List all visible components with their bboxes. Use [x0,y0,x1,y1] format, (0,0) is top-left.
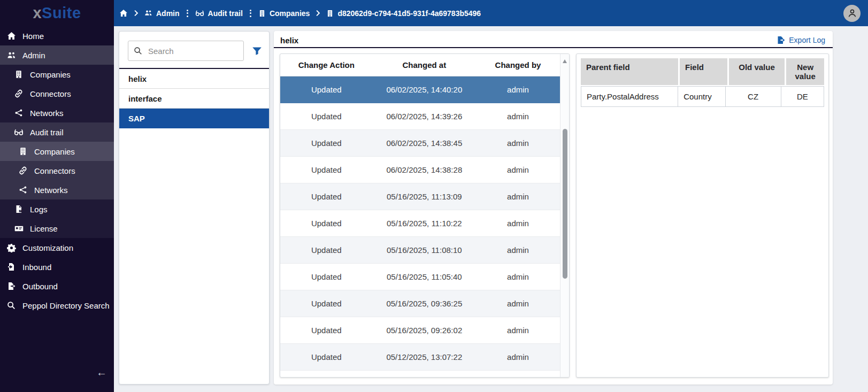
breadcrumb-collapsed-menu[interactable] [248,10,254,17]
breadcrumb-home[interactable] [119,9,128,18]
audit-row[interactable]: Updated 05/16/2025, 11:05:40 admin [280,264,560,290]
changed-at-cell: 06/02/2025, 14:38:45 [373,139,477,148]
sidebar-item-audit-trail[interactable]: Audit trail [0,122,114,142]
app-logo-x: x [33,4,42,22]
export-log-button[interactable]: Export Log [777,36,825,44]
changed-at-cell: 05/16/2025, 11:10:22 [373,219,477,228]
sidebar: xSuite Home Admin Companies Connectors N… [0,0,114,392]
card-header: helix Export Log [274,31,833,47]
change-action-cell: Updated [280,245,373,255]
company-label: helix [128,74,147,83]
sidebar-item-audit-networks[interactable]: Networks [0,180,114,199]
company-list-item-interface[interactable]: interface [119,89,269,109]
scrollbar-thumb[interactable] [563,129,567,279]
scroll-up-arrow-icon[interactable] [563,59,567,63]
sidebar-item-label: Inbound [22,263,51,272]
breadcrumb-collapsed-menu[interactable] [185,10,190,17]
audit-row[interactable]: Updated 05/16/2025, 11:10:22 admin [280,210,560,237]
glasses-icon [14,127,24,137]
filter-funnel-icon[interactable] [251,45,263,57]
sidebar-nav: Home Admin Companies Connectors Networks [0,26,114,315]
sidebar-item-label: Logs [30,205,48,214]
audit-row[interactable]: Updated 05/16/2025, 11:13:09 admin [280,183,560,210]
network-icon [14,108,24,118]
search-input[interactable] [147,46,238,56]
audit-row[interactable]: Updated 06/02/2025, 14:38:28 admin [280,157,560,183]
old-value-cell: CZ [726,87,781,106]
change-action-cell: Updated [280,112,373,121]
audit-row[interactable]: Updated 06/02/2025, 14:39:26 admin [280,103,560,130]
audit-row[interactable]: Updated 06/02/2025, 14:40:20 admin [280,76,560,103]
sidebar-item-networks[interactable]: Networks [0,103,114,122]
change-action-cell: Updated [280,192,373,201]
column-header-changed-at: Changed at [373,60,477,70]
changed-at-cell: 06/02/2025, 14:38:28 [373,165,477,174]
sidebar-item-label: Networks [34,186,68,195]
gear-icon [6,243,16,252]
sidebar-item-label: Peppol Directory Search [22,301,110,310]
company-list-item-sap[interactable]: SAP [119,109,269,128]
sidebar-item-connectors[interactable]: Connectors [0,84,114,103]
breadcrumb-company-id[interactable]: d82062d9-c794-41d5-931f-4a69783b5496 [326,9,481,18]
search-box [128,41,244,61]
sidebar-item-companies[interactable]: Companies [0,65,114,84]
company-list-item-helix[interactable]: helix [119,69,269,89]
sidebar-item-admin[interactable]: Admin [0,45,114,65]
sidebar-item-label: License [30,224,58,233]
column-header-old-value: Old value [729,58,785,85]
change-action-cell: Updated [280,219,373,228]
changed-by-cell: admin [476,85,560,94]
sidebar-item-peppol-directory-search[interactable]: Peppol Directory Search [0,296,114,315]
sidebar-item-label: Customization [22,243,73,252]
sidebar-item-audit-connectors[interactable]: Connectors [0,161,114,180]
home-icon [6,31,16,41]
audit-row[interactable]: Updated 05/16/2025, 11:08:10 admin [280,237,560,264]
changed-by-cell: admin [476,219,560,228]
audit-scrollbar[interactable] [560,54,569,377]
sidebar-item-audit-companies[interactable]: Companies [0,142,114,161]
sidebar-item-label: Home [22,32,44,41]
breadcrumb-audit-trail[interactable]: Audit trail [195,9,243,18]
breadcrumb-label: Companies [270,9,310,18]
topbar: Admin Audit trail Companies d82062d9-c79… [114,0,868,26]
changed-at-cell: 05/16/2025, 09:36:25 [373,299,477,308]
changed-at-cell: 05/16/2025, 11:08:10 [373,245,477,255]
sidebar-item-label: Outbound [22,282,58,291]
sidebar-item-home[interactable]: Home [0,26,114,45]
sidebar-item-label: Connectors [30,89,71,98]
audit-log-panel: Change Action Changed at Changed by Upda… [280,53,570,378]
app-logo-suite: Suite [42,4,81,22]
audit-row[interactable]: Updated 05/16/2025, 09:26:02 admin [280,317,560,344]
sidebar-item-outbound[interactable]: Outbound [0,276,114,296]
change-detail-row: Party.PostalAddress Country CZ DE [581,86,824,107]
audit-row[interactable]: Updated 05/12/2025, 13:07:22 admin [280,344,560,371]
change-action-cell: Updated [280,272,373,281]
audit-detail-card: helix Export Log Change Action Changed a… [274,31,833,385]
search-icon [134,47,142,55]
new-value-cell: DE [781,87,824,106]
changed-by-cell: admin [476,272,560,281]
audit-row[interactable]: Updated 05/16/2025, 09:36:25 admin [280,290,560,317]
breadcrumb-companies[interactable]: Companies [258,9,310,18]
export-icon [777,36,785,44]
sidebar-item-customization[interactable]: Customization [0,238,114,257]
building-icon [326,10,334,17]
breadcrumb: Admin Audit trail Companies d82062d9-c79… [119,9,843,18]
audit-row[interactable]: Updated 06/02/2025, 14:38:45 admin [280,130,560,157]
changed-by-cell: admin [476,112,560,121]
sidebar-item-inbound[interactable]: Inbound [0,257,114,276]
sidebar-item-logs[interactable]: ? Logs [0,199,114,219]
changed-by-cell: admin [476,139,560,148]
parent-field-cell: Party.PostalAddress [581,87,678,106]
breadcrumb-label: d82062d9-c794-41d5-931f-4a69783b5496 [337,9,481,18]
app-logo: xSuite [0,0,114,26]
changed-by-cell: admin [476,165,560,174]
changed-at-cell: 05/12/2025, 13:07:22 [373,352,477,362]
breadcrumb-admin[interactable]: Admin [144,9,180,18]
link-icon [14,89,24,98]
sidebar-item-license[interactable]: License [0,219,114,238]
svg-text:?: ? [20,210,21,212]
user-avatar[interactable] [843,5,861,22]
search-row [119,32,269,68]
collapse-sidebar-button[interactable]: ← [96,367,107,378]
